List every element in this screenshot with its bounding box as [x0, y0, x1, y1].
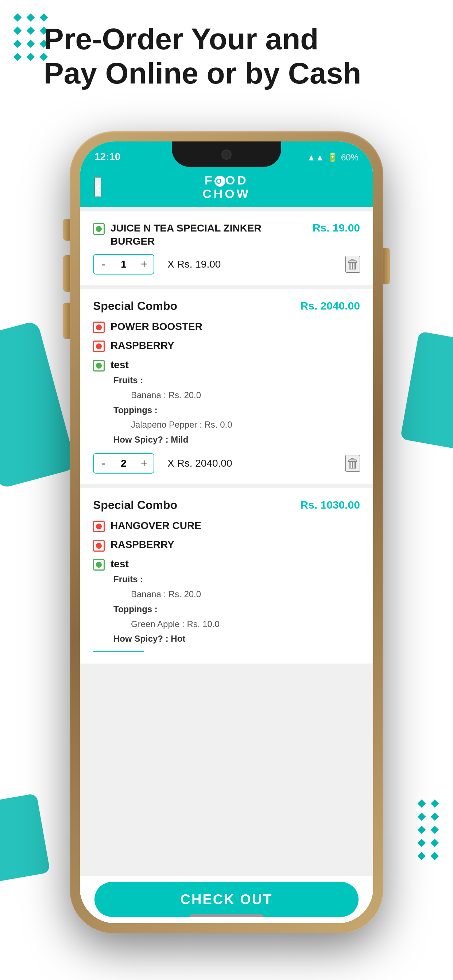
bg-decoration-right — [400, 331, 453, 449]
app-content: ‹ FOOD CHOW JU — [80, 167, 373, 923]
battery-percent: 60% — [341, 153, 359, 162]
item-1-title: JUICE N TEA SPECIAL ZINKER BURGER — [110, 222, 307, 248]
combo-2-qty-control: - 2 + — [93, 453, 154, 474]
detail-spicy-label: How Spicy? : Mild — [113, 433, 360, 447]
phone-notch — [172, 142, 281, 167]
battery-icon: 🔋 — [327, 153, 338, 162]
combo-3-item-3-name: test — [110, 557, 129, 571]
logo-o-circle: O — [214, 176, 225, 187]
combo-3-item-1-dot — [93, 520, 105, 532]
combo-3-price: Rs. 1030.00 — [301, 499, 360, 511]
combo-3-item-3: test — [93, 557, 360, 571]
combo-2-item-3-name: test — [110, 358, 129, 372]
combo-3-item-2: RASPBERRY — [93, 538, 360, 551]
logo-f: F — [205, 173, 214, 187]
logo-line1: FOOD — [205, 173, 248, 187]
detail-3-toppings-label: Toppings : — [113, 602, 360, 617]
phone-screen: 12:10 ▲▲ 🔋 60% ‹ FOOD CHOW — [80, 142, 373, 923]
diamond-decorations-bottom — [419, 800, 442, 863]
checkout-button[interactable]: CHECK OUT — [94, 882, 359, 917]
combo-3-header: Special Combo Rs. 1030.00 — [93, 498, 360, 512]
combo-2-minus[interactable]: - — [94, 454, 113, 473]
detail-3-fruits-value: Banana : Rs. 20.0 — [113, 587, 360, 602]
item-1-dot — [93, 223, 105, 235]
order-list[interactable]: JUICE N TEA SPECIAL ZINKER BURGER Rs. 19… — [80, 207, 373, 876]
phone-silent-button — [63, 219, 70, 240]
item-1-plus[interactable]: + — [135, 255, 153, 274]
item-1-x-price: X Rs. 19.00 — [167, 258, 221, 270]
combo-3-label: Special Combo — [93, 498, 177, 512]
combo-2-header: Special Combo Rs. 2040.00 — [93, 299, 360, 313]
phone-volume-up — [63, 255, 70, 292]
header-section: Pre-Order Your and Pay Online or by Cash — [44, 22, 431, 91]
order-item-2: Special Combo Rs. 2040.00 POWER BOOSTER … — [80, 289, 373, 484]
detail-toppings-label: Toppings : — [113, 403, 360, 418]
combo-3-item-3-details: Fruits : Banana : Rs. 20.0 Toppings : Gr… — [113, 572, 360, 646]
phone-mockup: 12:10 ▲▲ 🔋 60% ‹ FOOD CHOW — [70, 131, 383, 933]
header-line2: Pay Online or by Cash — [44, 57, 361, 90]
back-button[interactable]: ‹ — [94, 177, 101, 197]
home-indicator — [190, 915, 263, 917]
combo-2-item-3: test — [93, 358, 360, 372]
signal-icon: ▲▲ — [307, 153, 324, 162]
combo-2-x-price: X Rs. 2040.00 — [167, 458, 232, 469]
logo-line2: CHOW — [203, 187, 250, 200]
detail-fruits-label: Fruits : — [113, 373, 360, 388]
combo-2-item-2-dot — [93, 340, 105, 352]
combo-3-separator — [93, 651, 144, 652]
nav-bar: ‹ FOOD CHOW — [80, 167, 373, 207]
combo-2-price: Rs. 2040.00 — [301, 300, 360, 312]
combo-3-item-2-dot — [93, 540, 105, 552]
combo-2-delete[interactable]: 🗑 — [345, 455, 360, 472]
detail-3-spicy-label: How Spicy? : Hot — [113, 632, 360, 646]
status-icons: ▲▲ 🔋 60% — [307, 153, 359, 164]
combo-3-item-1: HANGOVER CURE — [93, 519, 360, 532]
combo-3-item-1-name: HANGOVER CURE — [110, 519, 201, 532]
header-text: Pre-Order Your and Pay Online or by Cash — [44, 22, 431, 91]
order-item-3: Special Combo Rs. 1030.00 HANGOVER CURE … — [80, 488, 373, 663]
phone-shell: 12:10 ▲▲ 🔋 60% ‹ FOOD CHOW — [70, 131, 383, 933]
status-time: 12:10 — [94, 151, 121, 164]
combo-2-item-2: RASPBERRY — [93, 339, 360, 352]
item-1-price: Rs. 19.00 — [313, 222, 360, 234]
item-1-qty-row: - 1 + X Rs. 19.00 🗑 — [93, 254, 360, 275]
item-1-qty-control: - 1 + — [93, 254, 154, 275]
camera-dot — [222, 150, 231, 160]
app-logo: FOOD CHOW — [203, 173, 250, 201]
combo-2-plus[interactable]: + — [135, 454, 153, 473]
combo-2-qty-row: - 2 + X Rs. 2040.00 🗑 — [93, 453, 360, 474]
logo-od: OD — [225, 173, 248, 187]
combo-2-item-2-name: RASPBERRY — [110, 339, 174, 352]
combo-3-item-3-dot — [93, 559, 105, 571]
header-line1: Pre-Order Your and — [44, 22, 318, 56]
detail-3-toppings-value: Green Apple : Rs. 10.0 — [113, 617, 360, 632]
item-1-delete[interactable]: 🗑 — [345, 256, 360, 273]
bg-decoration-left — [0, 320, 77, 489]
detail-3-fruits-label: Fruits : — [113, 572, 360, 587]
item-1-name-row: JUICE N TEA SPECIAL ZINKER BURGER — [93, 222, 307, 248]
item-1-qty-value: 1 — [113, 258, 135, 270]
combo-2-item-3-details: Fruits : Banana : Rs. 20.0 Toppings : Ja… — [113, 373, 360, 447]
combo-2-item-3-dot — [93, 360, 105, 372]
item-1-header: JUICE N TEA SPECIAL ZINKER BURGER Rs. 19… — [93, 222, 360, 248]
order-item-1: JUICE N TEA SPECIAL ZINKER BURGER Rs. 19… — [80, 212, 373, 285]
phone-power-button — [383, 248, 390, 285]
combo-2-item-1-name: POWER BOOSTER — [110, 320, 203, 333]
detail-fruits-value: Banana : Rs. 20.0 — [113, 388, 360, 403]
combo-2-item-1: POWER BOOSTER — [93, 320, 360, 333]
combo-2-label: Special Combo — [93, 299, 177, 313]
bg-decoration-bottom-left — [0, 793, 50, 882]
combo-2-item-1-dot — [93, 321, 105, 333]
combo-2-qty-value: 2 — [113, 458, 135, 469]
combo-3-item-2-name: RASPBERRY — [110, 538, 174, 551]
phone-volume-down — [63, 302, 70, 339]
item-1-minus[interactable]: - — [94, 255, 113, 274]
detail-toppings-value: Jalapeno Pepper : Rs. 0.0 — [113, 417, 360, 433]
